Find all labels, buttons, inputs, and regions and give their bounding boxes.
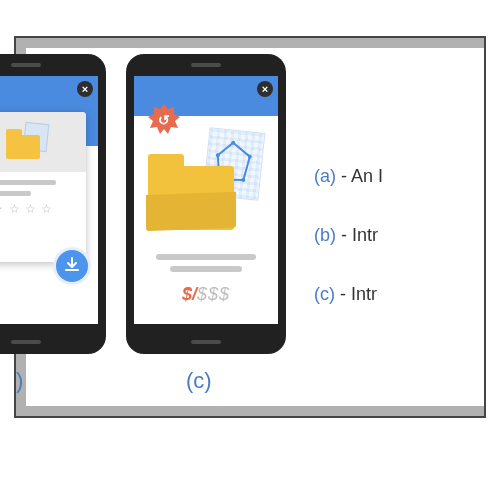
folder-icon <box>148 166 234 230</box>
caption-b: ) <box>16 368 23 394</box>
promo-badge: ↺ <box>148 104 180 136</box>
rating-stars: ★ ★ ☆ ☆ ☆ <box>0 202 76 216</box>
legend-text: Intr <box>352 225 378 245</box>
placeholder-line <box>156 254 256 260</box>
price-prefix: $/ <box>182 284 197 304</box>
legend: (a) - An I (b) - Intr (c) - Intr <box>314 166 484 343</box>
folder-icon <box>4 125 48 159</box>
phone-screen: ∑ƒ(x)dy y=ƒ(x) ∫x²dx × ★ <box>0 76 98 324</box>
download-icon <box>63 256 81 274</box>
placeholder-line <box>170 266 242 272</box>
interstitial-card: ★ ★ ☆ ☆ ☆ $$$ <box>0 112 86 262</box>
phone-speaker <box>11 63 41 67</box>
image-frame: ∑ƒ(x)dy y=ƒ(x) ∫x²dx × ★ <box>14 36 486 418</box>
close-icon[interactable]: × <box>77 81 93 97</box>
legend-text: Intr <box>351 284 377 304</box>
placeholder-line <box>0 191 31 196</box>
caption-c: (c) <box>186 368 212 394</box>
badge-glyph: ↺ <box>158 112 170 128</box>
card-body: ★ ★ ☆ ☆ ☆ $$$ <box>0 172 86 243</box>
image-inner: ∑ƒ(x)dy y=ƒ(x) ∫x²dx × ★ <box>26 48 484 406</box>
phone-speaker <box>191 63 221 67</box>
legend-row-a: (a) - An I <box>314 166 484 187</box>
legend-text: An I <box>351 166 383 186</box>
legend-row-b: (b) - Intr <box>314 225 484 246</box>
svg-point-3 <box>241 178 245 182</box>
legend-key: (b) <box>314 225 336 245</box>
price-suffix: $$$ <box>197 284 230 304</box>
price-label: $/$$$ <box>134 284 278 305</box>
phone-screen: × ↺ <box>134 76 278 324</box>
phone-home-indicator <box>191 340 221 344</box>
legend-sep: - <box>336 225 352 245</box>
close-icon[interactable]: × <box>257 81 273 97</box>
legend-key: (c) <box>314 284 335 304</box>
legend-sep: - <box>336 166 351 186</box>
legend-key: (a) <box>314 166 336 186</box>
legend-row-c: (c) - Intr <box>314 284 484 305</box>
phone-mockup-b: ∑ƒ(x)dy y=ƒ(x) ∫x²dx × ★ <box>0 54 106 354</box>
phone-home-indicator <box>11 340 41 344</box>
phone-mockup-c: × ↺ <box>126 54 286 354</box>
placeholder-line <box>0 180 56 185</box>
price-placeholder: $$$ <box>0 220 76 235</box>
download-button[interactable] <box>56 250 88 282</box>
legend-sep: - <box>335 284 351 304</box>
card-illustration <box>0 112 86 172</box>
